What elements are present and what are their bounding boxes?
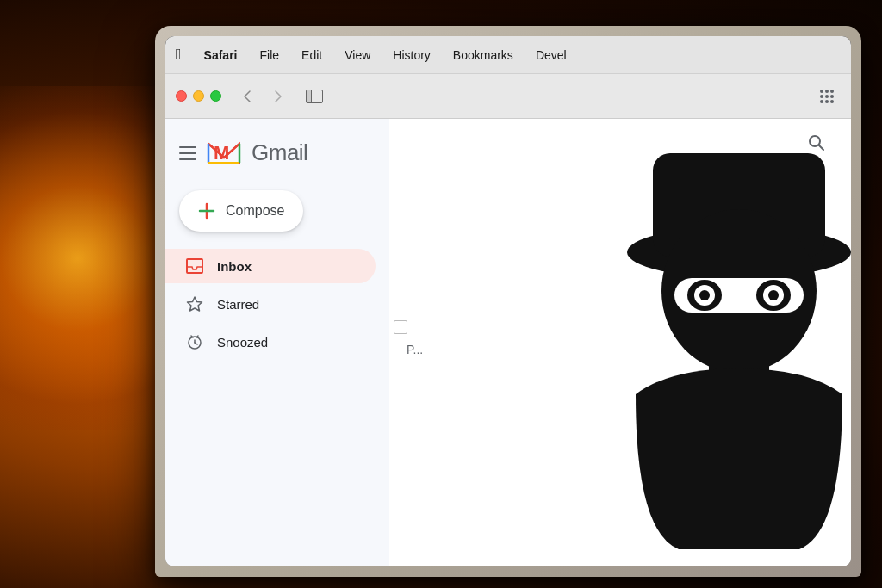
compose-button[interactable]: Compose [179, 190, 303, 232]
snoozed-label: Snoozed [217, 335, 268, 350]
browser-toolbar [165, 74, 851, 119]
maximize-button[interactable] [210, 90, 221, 102]
history-menu[interactable]: History [389, 46, 434, 64]
svg-point-20 [699, 290, 710, 300]
nav-item-starred[interactable]: Starred [165, 287, 376, 321]
browser-window: M Gmail Compose [165, 74, 851, 566]
grid-apps-button[interactable] [813, 84, 841, 108]
starred-label: Starred [217, 297, 259, 312]
gmail-m-logo: M [207, 140, 241, 166]
thief-figure [550, 119, 851, 549]
file-menu[interactable]: File [257, 46, 283, 64]
nav-item-inbox[interactable]: Inbox [165, 249, 376, 283]
compose-plus-icon [198, 202, 215, 220]
svg-rect-3 [187, 259, 202, 273]
svg-point-21 [768, 290, 779, 300]
view-menu[interactable]: View [341, 46, 374, 64]
close-button[interactable] [176, 90, 187, 102]
gmail-logo-text: Gmail [252, 139, 307, 166]
hamburger-menu-icon[interactable] [179, 146, 196, 160]
svg-text:M: M [214, 142, 229, 164]
gmail-sidebar: M Gmail Compose [165, 119, 389, 566]
edit-menu[interactable]: Edit [298, 46, 326, 64]
star-icon [186, 295, 203, 313]
apple-logo-icon[interactable]:  [176, 46, 182, 64]
gmail-header: M Gmail [165, 133, 389, 180]
develop-menu[interactable]: Devel [532, 46, 570, 64]
inbox-icon [186, 257, 203, 275]
inbox-label: Inbox [217, 259, 252, 274]
traffic-lights [176, 90, 221, 102]
laptop-body:  Safari File Edit View History Bookmark… [155, 26, 861, 577]
svg-marker-4 [188, 297, 202, 311]
compose-label: Compose [226, 203, 284, 219]
sidebar-toggle-button[interactable] [301, 84, 328, 108]
bookmarks-menu[interactable]: Bookmarks [450, 46, 517, 64]
clock-icon [186, 333, 203, 350]
grid-icon [820, 90, 834, 103]
minimize-button[interactable] [193, 90, 204, 102]
sidebar-icon [306, 90, 323, 103]
screen-bezel:  Safari File Edit View History Bookmark… [165, 36, 851, 566]
app-name-menu[interactable]: Safari [201, 46, 241, 64]
forward-button[interactable] [266, 84, 290, 108]
email-checkbox[interactable] [394, 320, 407, 334]
gmail-area: M Gmail Compose [165, 119, 851, 566]
partial-email-text: P... [407, 343, 423, 356]
svg-line-7 [195, 343, 197, 344]
macos-menubar:  Safari File Edit View History Bookmark… [165, 36, 851, 74]
nav-item-snoozed[interactable]: Snoozed [165, 325, 376, 359]
back-button[interactable] [235, 84, 259, 108]
